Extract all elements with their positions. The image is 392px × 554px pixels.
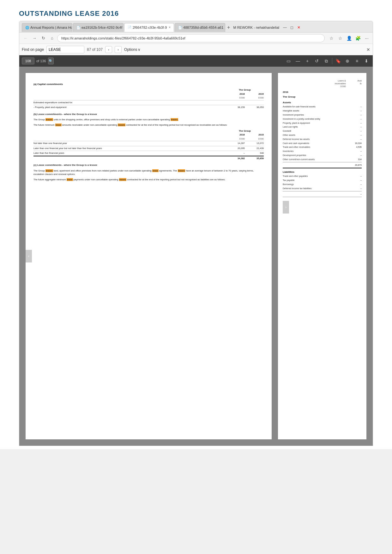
table2-row-2: Later than five financial years – 348 <box>33 151 264 156</box>
pdf-search-button[interactable]: 🔍 <box>48 57 54 64</box>
options-button[interactable]: Options ∨ <box>124 47 141 52</box>
tab-icon: 📄 <box>178 26 182 29</box>
pdf-annotate-icon[interactable]: ⊕ <box>344 57 351 65</box>
right-asset-row-10: Trade and other receivables 4,535 <box>283 145 362 149</box>
tab-2f664782[interactable]: 📄 2f664782-c93e-4b3f-9 × <box>124 23 174 32</box>
asset-label-9: Cash and cash equivalents <box>283 142 346 145</box>
right-asset-row-9: Cash and cash equivalents 16,024 <box>283 141 362 145</box>
right-group-label: The Group <box>283 95 362 99</box>
find-input[interactable] <box>46 46 84 53</box>
find-prev-button[interactable]: ‹ <box>105 46 112 53</box>
table1-row-0: Estimated expenditure contracted for: <box>33 100 264 105</box>
highlight-leases-4: leases <box>118 123 125 126</box>
table1-group-header: The Group <box>226 88 264 92</box>
asset-label-0: Available-for-sale financial assets <box>283 105 346 108</box>
asset-rows: Available-for-sale financial assets – In… <box>283 105 362 161</box>
back-button[interactable]: ← <box>22 34 29 42</box>
asset-val-5: – <box>346 125 362 129</box>
right-asset-row-1: Intangible assets – <box>283 109 362 113</box>
pdf-download-icon[interactable]: ⬇ <box>363 57 370 65</box>
asset-val-13: 314 <box>346 158 362 161</box>
pdf-content: ‹ (a) Capital commitments The Group 2016… <box>19 67 373 446</box>
pdf-page-input[interactable] <box>22 57 34 64</box>
liabilities-bottom-line <box>283 197 362 197</box>
asset-val-3: – <box>346 117 362 121</box>
table2-col1-header: 2016 <box>226 133 245 137</box>
close-button[interactable]: ✕ <box>296 25 301 30</box>
tab-ea19162b[interactable]: 📄 ea19162b-54ce-4292-9c4f <box>73 23 124 32</box>
assets-total-row: 20,873 <box>283 163 362 167</box>
new-tab-button[interactable]: + <box>227 25 230 30</box>
section-c-text1: The Group leases land, apartment and off… <box>33 169 264 176</box>
tab-close-btn[interactable]: × <box>169 26 171 29</box>
find-next-button[interactable]: › <box>115 46 122 53</box>
table2-row2-val2: 348 <box>245 152 264 155</box>
more-icon[interactable]: ··· <box>363 35 370 42</box>
bookmark-icon[interactable]: ☆ <box>328 35 335 42</box>
tab-label: Annual Reports | Amara Ho <box>30 26 72 29</box>
pdf-prev-page-arrow[interactable]: ‹ <box>26 250 32 262</box>
asset-val-2: – <box>346 113 362 117</box>
address-bar[interactable]: https://ir.amaraholdings.com/static-file… <box>57 34 325 42</box>
table2-col2-sub: S'000 <box>245 137 264 141</box>
pdf-next-page-arrow[interactable]: › <box>283 201 289 214</box>
pdf-bookmark-icon[interactable]: 🔖 <box>334 57 342 65</box>
find-label: Find on page <box>22 47 44 52</box>
table2-row-1: Later than one financial year but not la… <box>33 146 264 151</box>
asset-label-5: Land use rights <box>283 125 346 129</box>
tab-icon: 📄 <box>76 26 80 29</box>
asset-val-12: – <box>346 154 362 157</box>
asset-val-9: 16,024 <box>346 142 362 145</box>
profile-icon[interactable]: 👤 <box>346 35 353 42</box>
pdf-fit-page-icon[interactable]: ▭ <box>285 57 292 65</box>
home-button[interactable]: ⌂ <box>48 34 56 42</box>
liability-val-0: – <box>346 175 362 178</box>
pdf-zoom-in-icon[interactable]: + <box>304 57 311 65</box>
extension-icon[interactable]: 🧩 <box>354 35 361 42</box>
table1-col1-header: 2016 <box>226 93 245 96</box>
find-bar: Find on page 87 of 107 ‹ › Options ∨ ✕ <box>19 44 373 55</box>
asset-label-11: Inventories <box>283 150 346 153</box>
find-count: 87 of 107 <box>87 47 103 52</box>
table2-row0-val1: 14,287 <box>226 142 245 145</box>
right-asset-row-3: Investment in a jointly-controlled entit… <box>283 117 362 121</box>
liabilities-total-val: – <box>346 193 362 196</box>
pdf-zoom-out-icon[interactable]: — <box>294 57 302 65</box>
asset-val-6: – <box>346 129 362 133</box>
table1-row0-label: Estimated expenditure contracted for: <box>33 101 226 105</box>
assets-separator <box>283 162 362 162</box>
table1-col1-sub: S'000 <box>226 96 245 99</box>
minimize-button[interactable]: — <box>282 25 287 30</box>
right-liability-row-3: Deferred income tax liabilities – <box>283 186 362 190</box>
restore-button[interactable]: ◻ <box>289 25 294 30</box>
highlight-leases-7: leases <box>178 169 185 172</box>
table2-row1-label: Later than one financial year but not la… <box>33 147 226 150</box>
section-c-label: (c) Lease commitments - where the Group … <box>33 163 264 167</box>
pdf-page-total: of 136 <box>36 59 46 63</box>
highlight-leases-9: leases <box>119 178 127 181</box>
reload-button[interactable]: ↻ <box>39 34 47 42</box>
highlight-leases-5: leases <box>45 169 53 172</box>
table1-col2-sub: S'000 <box>245 96 264 99</box>
right-asset-row-12: Development properties – <box>283 153 362 157</box>
tab-icon: 📄 <box>128 26 131 29</box>
right-liabilities-section: Liabilities <box>283 170 362 174</box>
right-asset-row-0: Available-for-sale financial assets – <box>283 105 362 109</box>
asset-label-4: Property, plant & equipment <box>283 122 346 125</box>
find-close-button[interactable]: ✕ <box>366 47 370 52</box>
liability-label-0: Trade and other payables <box>283 175 346 178</box>
liability-val-1: – <box>346 179 362 182</box>
asset-label-8: Deferred income tax assets <box>283 138 346 141</box>
tab-4887358d[interactable]: 📄 4887358d-d5b6-4554-a61 <box>175 23 225 32</box>
reading-list-icon[interactable]: ☆ <box>337 35 344 42</box>
forward-button[interactable]: → <box>31 34 38 42</box>
right-asset-row-7: Other assets – <box>283 133 362 137</box>
tab-label: 4887358d-d5b6-4554-a61 <box>183 26 223 29</box>
table1-row1-val1: 38,159 <box>226 106 245 109</box>
pdf-two-page-icon[interactable]: ⧉ <box>323 57 330 65</box>
page-title: OUTSTANDING LEASE 2016 <box>19 9 373 18</box>
pdf-menu-icon[interactable]: ≡ <box>353 57 361 65</box>
tab-annual-reports[interactable]: 🌐 Annual Reports | Amara Ho <box>22 23 72 32</box>
pdf-rotate-icon[interactable]: ↺ <box>313 57 321 65</box>
table2-col2-header: 2015 <box>245 133 264 137</box>
